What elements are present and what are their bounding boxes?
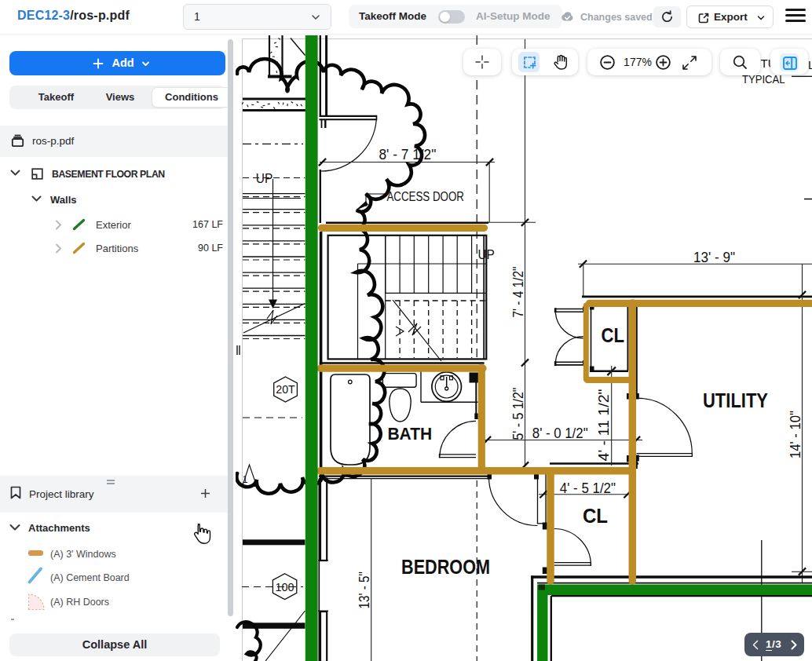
svg-text:UP: UP: [256, 171, 273, 186]
svg-text:14' - 10": 14' - 10": [788, 411, 803, 458]
svg-text:L: L: [808, 58, 812, 71]
svg-text:BEDROOM: BEDROOM: [401, 555, 490, 579]
svg-text:4' - 11 1/2": 4' - 11 1/2": [596, 389, 612, 462]
svg-text:UTILITY: UTILITY: [703, 389, 768, 412]
svg-text:CL: CL: [602, 324, 625, 346]
svg-text:13' - 5": 13' - 5": [357, 572, 372, 609]
svg-text:BATH: BATH: [387, 423, 432, 444]
svg-text:7' - 4 1/2": 7' - 4 1/2": [510, 267, 526, 318]
svg-text:13' - 9": 13' - 9": [693, 250, 735, 265]
svg-text:5' - 5 1/2": 5' - 5 1/2": [510, 388, 526, 440]
svg-text:ACCESS DOOR: ACCESS DOOR: [386, 190, 464, 203]
svg-text:CL: CL: [583, 505, 608, 527]
svg-text:1: 1: [243, 474, 248, 485]
svg-text:UP: UP: [477, 247, 495, 262]
svg-text:8' - 7 1/2": 8' - 7 1/2": [379, 147, 437, 163]
svg-text:8' - 0 1/2": 8' - 0 1/2": [532, 425, 588, 441]
svg-text:100: 100: [276, 581, 294, 593]
svg-text:4' - 5 1/2": 4' - 5 1/2": [560, 480, 616, 496]
svg-text:20T: 20T: [276, 383, 295, 396]
